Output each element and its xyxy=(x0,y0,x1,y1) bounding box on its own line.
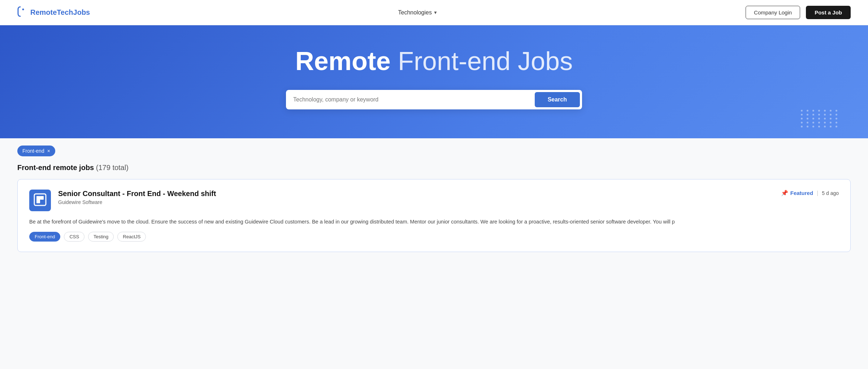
navbar: RemoteTechJobs Technologies ▼ Company Lo… xyxy=(0,0,868,25)
company-name: Guidewire Software xyxy=(58,199,216,205)
job-info: Senior Consultant - Front End - Weekend … xyxy=(58,190,216,205)
filter-section: Front-end × xyxy=(0,138,868,160)
job-card-left: Senior Consultant - Front End - Weekend … xyxy=(29,190,216,211)
job-card-meta: 📌 Featured | 5 d ago xyxy=(781,190,839,196)
jobs-section: Front-end remote jobs (179 total) Senior… xyxy=(0,160,868,266)
filter-tag-label: Front-end xyxy=(22,148,44,154)
jobs-heading-text: Front-end remote jobs xyxy=(17,164,94,172)
featured-icon: 📌 xyxy=(781,190,788,196)
hero-title-light: Front-end Jobs xyxy=(398,47,573,75)
search-bar: Search xyxy=(286,90,582,109)
search-button[interactable]: Search xyxy=(535,92,580,107)
nav-right: Company Login Post a Job xyxy=(746,6,851,19)
technologies-label: Technologies xyxy=(398,9,432,16)
svg-rect-2 xyxy=(36,196,40,203)
featured-label: Featured xyxy=(790,190,813,196)
svg-point-0 xyxy=(22,9,24,10)
hero-section: Remote Front-end Jobs Search xyxy=(0,25,868,138)
tag-reactjs[interactable]: ReactJS xyxy=(117,232,146,242)
jobs-count-heading: Front-end remote jobs (179 total) xyxy=(17,164,851,172)
tag-frontend[interactable]: Front-end xyxy=(29,232,60,242)
dots-decoration xyxy=(801,110,839,127)
job-card[interactable]: Senior Consultant - Front End - Weekend … xyxy=(17,179,851,252)
active-filter-tag[interactable]: Front-end × xyxy=(17,146,55,156)
tag-testing[interactable]: Testing xyxy=(88,232,114,242)
hero-title-bold: Remote xyxy=(295,47,391,75)
tag-css[interactable]: CSS xyxy=(64,232,84,242)
job-title: Senior Consultant - Front End - Weekend … xyxy=(58,190,216,198)
job-card-header: Senior Consultant - Front End - Weekend … xyxy=(29,190,839,211)
technologies-arrow-icon: ▼ xyxy=(433,10,438,15)
company-login-button[interactable]: Company Login xyxy=(746,6,800,19)
company-logo-letter xyxy=(34,193,47,208)
jobs-count: (179 total) xyxy=(96,164,129,172)
svg-rect-3 xyxy=(40,196,44,200)
time-ago: 5 d ago xyxy=(822,190,839,196)
logo-text: RemoteTechJobs xyxy=(30,8,90,17)
logo[interactable]: RemoteTechJobs xyxy=(17,5,90,19)
post-job-button[interactable]: Post a Job xyxy=(806,6,851,19)
logo-icon xyxy=(17,5,27,19)
meta-divider: | xyxy=(817,190,818,196)
job-description: Be at the forefront of Guidewire's move … xyxy=(29,218,839,226)
filter-remove-icon[interactable]: × xyxy=(47,148,50,154)
technologies-menu[interactable]: Technologies ▼ xyxy=(398,9,438,16)
company-logo xyxy=(29,190,51,211)
search-input[interactable] xyxy=(293,96,535,103)
hero-title: Remote Front-end Jobs xyxy=(17,47,851,75)
featured-badge: 📌 Featured xyxy=(781,190,813,196)
job-tags: Front-end CSS Testing ReactJS xyxy=(29,232,839,242)
